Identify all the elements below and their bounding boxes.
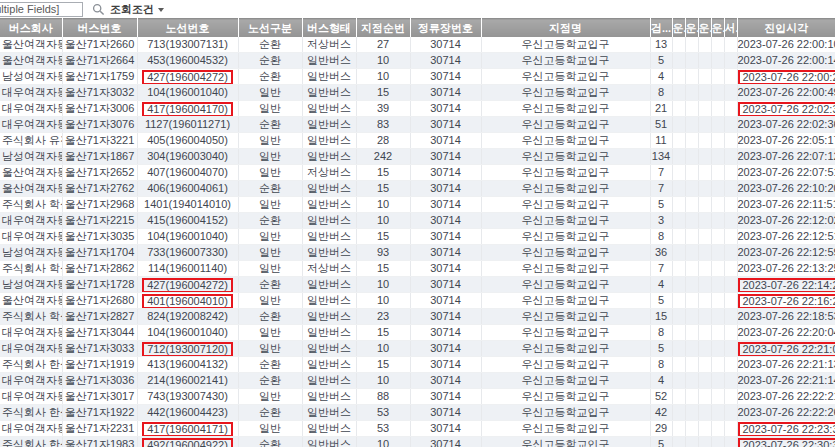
cell-bus_type[interactable]: 일반버스 bbox=[302, 373, 356, 389]
cell-chk[interactable]: 3 bbox=[650, 213, 672, 229]
cell-company[interactable]: 대우여객자동... bbox=[0, 229, 62, 245]
column-header-stop_no[interactable]: 정류장번호 bbox=[410, 19, 481, 38]
cell-route_no[interactable]: 417(196004170) bbox=[137, 101, 238, 117]
cell-op2[interactable] bbox=[685, 309, 698, 325]
cell-op3[interactable] bbox=[698, 181, 711, 197]
cell-point_name[interactable]: 우신고등학교입구 bbox=[481, 133, 650, 149]
cell-company[interactable]: 주식회사 학성... bbox=[0, 261, 62, 277]
table-row[interactable]: 울산여객자동...울산71자2680401(196004010)일반일반버스10… bbox=[0, 293, 835, 309]
cell-bus_no[interactable]: 울산71자2664 bbox=[62, 53, 137, 69]
cell-op2[interactable] bbox=[685, 69, 698, 85]
cell-chk[interactable]: 13 bbox=[650, 37, 672, 53]
cell-bus_type[interactable]: 일반버스 bbox=[302, 53, 356, 69]
cell-bus_no[interactable]: 울산71자2660 bbox=[62, 37, 137, 53]
cell-bus_type[interactable]: 일반버스 bbox=[302, 181, 356, 197]
table-row[interactable]: 대우여객자동...울산71자3017743(193007430)일반일반버스88… bbox=[0, 389, 835, 405]
cell-bus_no[interactable]: 울산71자1919 bbox=[62, 357, 137, 373]
cell-op4[interactable] bbox=[711, 293, 724, 309]
cell-entry_time[interactable]: 2023-07-26 22:07:12 bbox=[737, 149, 835, 165]
cell-company[interactable]: 울산여객자동... bbox=[0, 165, 62, 181]
table-row[interactable]: 대우여객자동...울산71자3044104(196001040)일반일반버스15… bbox=[0, 325, 835, 341]
cell-company[interactable]: 남성여객자동... bbox=[0, 277, 62, 293]
cell-route_class[interactable]: 순환 bbox=[238, 373, 302, 389]
cell-svc[interactable] bbox=[724, 197, 737, 213]
cell-route_no[interactable]: 417(196004171) bbox=[137, 421, 238, 437]
cell-route_no[interactable]: 405(196004050) bbox=[137, 133, 238, 149]
cell-company[interactable]: 대우여객자동... bbox=[0, 85, 62, 101]
cell-company[interactable]: 남성여객자동... bbox=[0, 245, 62, 261]
cell-route_no[interactable]: 415(196004152) bbox=[137, 213, 238, 229]
cell-bus_type[interactable]: 일반버스 bbox=[302, 245, 356, 261]
cell-route_class[interactable]: 일반 bbox=[238, 421, 302, 437]
cell-chk[interactable]: 29 bbox=[650, 421, 672, 437]
cell-op3[interactable] bbox=[698, 197, 711, 213]
cell-company[interactable]: 대우여객자동... bbox=[0, 373, 62, 389]
cell-op2[interactable] bbox=[685, 293, 698, 309]
cell-stop_no[interactable]: 30714 bbox=[410, 245, 481, 261]
cell-point_seq[interactable]: 15 bbox=[356, 261, 410, 277]
cell-chk[interactable]: 8 bbox=[650, 85, 672, 101]
cell-svc[interactable] bbox=[724, 421, 737, 437]
table-row[interactable]: 대우여객자동...울산71자30761127(196011271)순환일반버스8… bbox=[0, 117, 835, 133]
cell-op2[interactable] bbox=[685, 245, 698, 261]
cell-entry_time[interactable]: 2023-07-26 22:21:14 bbox=[737, 373, 835, 389]
cell-point_seq[interactable]: 53 bbox=[356, 405, 410, 421]
cell-entry_time[interactable]: 2023-07-26 22:12:51 bbox=[737, 229, 835, 245]
cell-bus_no[interactable]: 울산71자2215 bbox=[62, 213, 137, 229]
cell-stop_no[interactable]: 30714 bbox=[410, 197, 481, 213]
cell-op1[interactable] bbox=[672, 197, 685, 213]
cell-op3[interactable] bbox=[698, 117, 711, 133]
cell-entry_time[interactable]: 2023-07-26 22:21:13 bbox=[737, 357, 835, 373]
cell-svc[interactable] bbox=[724, 293, 737, 309]
cell-op2[interactable] bbox=[685, 277, 698, 293]
cell-bus_type[interactable]: 저상버스 bbox=[302, 37, 356, 53]
cell-point_name[interactable]: 우신고등학교입구 bbox=[481, 341, 650, 357]
cell-op3[interactable] bbox=[698, 165, 711, 181]
cell-point_name[interactable]: 우신고등학교입구 bbox=[481, 197, 650, 213]
cell-bus_type[interactable]: 일반버스 bbox=[302, 341, 356, 357]
cell-point_name[interactable]: 우신고등학교입구 bbox=[481, 181, 650, 197]
cell-op1[interactable] bbox=[672, 213, 685, 229]
cell-op4[interactable] bbox=[711, 421, 724, 437]
cell-op1[interactable] bbox=[672, 325, 685, 341]
column-header-entry_time[interactable]: 진입시각 bbox=[737, 19, 835, 38]
cell-op2[interactable] bbox=[685, 341, 698, 357]
cell-route_no[interactable]: 413(196004132) bbox=[137, 357, 238, 373]
cell-point_seq[interactable]: 39 bbox=[356, 101, 410, 117]
cell-bus_type[interactable]: 일반버스 bbox=[302, 85, 356, 101]
cell-bus_no[interactable]: 울산71자2652 bbox=[62, 165, 137, 181]
table-row[interactable]: 대우여객자동...울산71자3033712(193007120)일반일반버스10… bbox=[0, 341, 835, 357]
cell-entry_time[interactable]: 2023-07-26 22:13:25 bbox=[737, 261, 835, 277]
cell-svc[interactable] bbox=[724, 213, 737, 229]
cell-route_class[interactable]: 일반 bbox=[238, 245, 302, 261]
cell-svc[interactable] bbox=[724, 245, 737, 261]
cell-op4[interactable] bbox=[711, 277, 724, 293]
cell-svc[interactable] bbox=[724, 37, 737, 53]
cell-route_class[interactable]: 순환 bbox=[238, 437, 302, 447]
cell-op4[interactable] bbox=[711, 261, 724, 277]
cell-route_no[interactable]: 733(196007330) bbox=[137, 245, 238, 261]
cell-svc[interactable] bbox=[724, 101, 737, 117]
cell-stop_no[interactable]: 30714 bbox=[410, 229, 481, 245]
cell-bus_type[interactable]: 일반버스 bbox=[302, 277, 356, 293]
cell-op4[interactable] bbox=[711, 357, 724, 373]
cell-op4[interactable] bbox=[711, 133, 724, 149]
cell-op4[interactable] bbox=[711, 197, 724, 213]
cell-bus_no[interactable]: 울산71자3006 bbox=[62, 101, 137, 117]
column-header-company[interactable]: 버스회사 bbox=[0, 19, 62, 38]
cell-svc[interactable] bbox=[724, 261, 737, 277]
cell-point_name[interactable]: 우신고등학교입구 bbox=[481, 357, 650, 373]
cell-stop_no[interactable]: 30714 bbox=[410, 277, 481, 293]
table-row[interactable]: 대우여객자동...울산71자3032104(196001040)일반일반버스15… bbox=[0, 85, 835, 101]
cell-bus_type[interactable]: 일반버스 bbox=[302, 197, 356, 213]
cell-op4[interactable] bbox=[711, 229, 724, 245]
cell-stop_no[interactable]: 30714 bbox=[410, 293, 481, 309]
cell-route_class[interactable]: 일반 bbox=[238, 293, 302, 309]
cell-op4[interactable] bbox=[711, 101, 724, 117]
table-row[interactable]: 남성여객자동...울산71자1728427(196004272)순환일반버스10… bbox=[0, 277, 835, 293]
cell-stop_no[interactable]: 30714 bbox=[410, 373, 481, 389]
cell-op3[interactable] bbox=[698, 309, 711, 325]
cell-op2[interactable] bbox=[685, 373, 698, 389]
cell-op2[interactable] bbox=[685, 229, 698, 245]
cell-op4[interactable] bbox=[711, 309, 724, 325]
